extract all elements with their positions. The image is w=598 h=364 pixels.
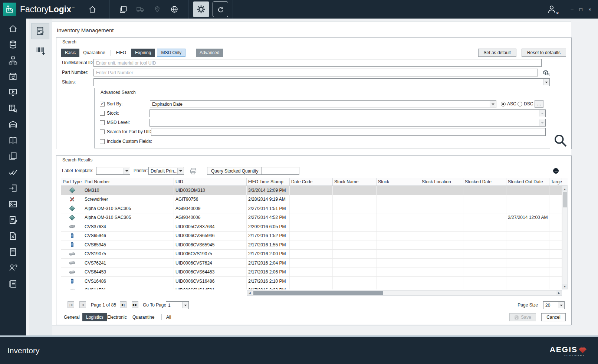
sidebar-receive[interactable]	[7, 183, 19, 193]
sidebar-approvals[interactable]	[7, 167, 19, 177]
column-header-stocked_out_date[interactable]: Stocked Out Date	[506, 178, 549, 186]
table-row[interactable]: Alpha OM-310 SAC305AGI90400092/27/2014 1…	[61, 204, 562, 213]
barcode-add-tab[interactable]	[32, 42, 49, 59]
more-options-button[interactable]: …	[535, 100, 543, 108]
table-row[interactable]: CVS37634UID0005CVS376342/20/2016 6:05 PM	[61, 222, 562, 232]
table-row[interactable]: CVS19075UID006CVS190752/17/2016 2:00 PM	[61, 250, 562, 259]
scroll-left-icon[interactable]: ◀	[247, 291, 252, 295]
inventory-management-tab[interactable]	[32, 23, 49, 39]
filter-expiring[interactable]: Expiring	[131, 49, 155, 57]
save-button[interactable]: Save	[509, 313, 536, 321]
table-row[interactable]: CVS64453UID0006CVS644532/17/2016 2:06 PM	[61, 268, 562, 277]
filter-msd-only[interactable]: MSD Only	[157, 49, 185, 57]
sidebar-hierarchy[interactable]	[7, 56, 19, 65]
part-lookup-icon[interactable]	[542, 69, 550, 78]
collapse-results-icon[interactable]	[553, 168, 559, 174]
filter-fifo[interactable]: FIFO	[112, 49, 130, 57]
documents-icon[interactable]	[116, 2, 131, 17]
sidebar-warehouse[interactable]	[7, 119, 19, 129]
dsc-radio[interactable]	[518, 102, 522, 106]
sort-by-checkbox[interactable]	[100, 102, 105, 106]
close-button[interactable]: ×	[585, 4, 594, 14]
last-page-button[interactable]: ▶▶	[132, 301, 138, 308]
column-header-part_number[interactable]: Part Number	[83, 178, 174, 186]
sidebar-returns[interactable]	[7, 72, 19, 81]
maximize-button[interactable]: □	[576, 4, 585, 14]
msd-level-checkbox[interactable]	[100, 120, 105, 125]
label-template-combobox[interactable]	[96, 167, 130, 175]
cancel-button[interactable]: Cancel	[541, 313, 566, 321]
logout-user-button[interactable]: ×	[545, 3, 558, 16]
globe-icon[interactable]	[167, 2, 182, 17]
page-size-combobox[interactable]: 20	[543, 301, 565, 309]
sidebar-journal[interactable]	[7, 279, 19, 289]
next-page-button[interactable]: ▶|	[120, 301, 126, 308]
filter-quarantine[interactable]: Quarantine	[79, 49, 109, 57]
table-row[interactable]: CVS14531UID0006CVS145312/17/2016 2:22 PM	[61, 286, 562, 290]
search-button[interactable]	[553, 133, 568, 150]
horizontal-scrollbar[interactable]: ◀ ▶	[247, 290, 562, 296]
table-row[interactable]: CVS65945UID0006CVS659452/17/2016 1:55 PM	[61, 240, 562, 250]
column-header-stocked_date[interactable]: Stocked Date	[463, 178, 506, 186]
vertical-scroll-thumb[interactable]	[563, 192, 567, 207]
table-row[interactable]: OM310UID003OM3103/3/2014 12:09 PM	[61, 186, 562, 195]
column-header-date_code[interactable]: Date Code	[290, 178, 333, 186]
sidebar-copy-pages[interactable]	[7, 151, 19, 161]
msd-level-combobox[interactable]	[150, 119, 546, 127]
query-stocked-quantity-button[interactable]: Query Stocked Quantity	[207, 167, 262, 175]
tab-logistics[interactable]: Logistics	[82, 313, 107, 321]
column-header-stock[interactable]: Stock	[377, 178, 420, 186]
table-row[interactable]: ScrewdriverAGIT907562/28/2014 9:19 AM	[61, 195, 562, 204]
table-row[interactable]: CVS65946UID0006CVS659462/17/2016 1:52 PM	[61, 232, 562, 241]
sidebar-home[interactable]	[7, 24, 19, 33]
sidebar-support[interactable]	[7, 263, 19, 273]
column-header-uid[interactable]: UID	[174, 178, 247, 186]
horizontal-scroll-thumb[interactable]	[253, 291, 383, 295]
sidebar-inventory[interactable]	[7, 40, 19, 49]
include-custom-fields-checkbox[interactable]	[100, 139, 105, 144]
quantity-result-field[interactable]	[262, 167, 299, 175]
scroll-up-icon[interactable]: ▲	[562, 186, 567, 191]
tab-general[interactable]: General	[64, 313, 80, 321]
table-row[interactable]: Alpha OM-310 SAC305AGI90400062/27/2014 4…	[61, 213, 562, 223]
home-button[interactable]	[85, 2, 100, 17]
tab-all[interactable]: All	[166, 313, 171, 321]
sidebar-documentation[interactable]	[7, 135, 19, 145]
location-pin-icon[interactable]	[150, 2, 165, 17]
goto-page-combobox[interactable]: 1	[166, 301, 189, 309]
table-row[interactable]: CVS16486UID0006CVS164862/17/2016 2:10 PM	[61, 277, 562, 286]
unit-material-id-input[interactable]	[93, 59, 542, 67]
sidebar-document-remove[interactable]	[7, 231, 19, 241]
previous-page-button[interactable]: ◀	[79, 301, 86, 308]
scroll-down-icon[interactable]: ▼	[562, 284, 567, 289]
search-part-by-uid-checkbox[interactable]	[100, 129, 105, 134]
refresh-data-button[interactable]	[213, 1, 228, 17]
first-page-button[interactable]: |◀	[68, 301, 74, 308]
status-combobox[interactable]	[93, 78, 550, 86]
table-row[interactable]: CVS76241UID0006CVS76242/17/2016 2:04 PM	[61, 259, 562, 268]
search-part-by-uid-input[interactable]	[151, 128, 546, 136]
reset-to-defaults-button[interactable]: Reset to defaults	[522, 49, 566, 57]
sidebar-data-search[interactable]	[7, 104, 19, 113]
sidebar-badge[interactable]	[7, 199, 19, 209]
vertical-scrollbar[interactable]: ▲ ▼	[562, 186, 568, 289]
sidebar-monitor[interactable]	[7, 88, 19, 97]
shipping-truck-icon[interactable]	[133, 2, 148, 17]
column-header-stock_name[interactable]: Stock Name	[333, 178, 377, 186]
sort-by-combobox[interactable]: Expiration Date	[150, 100, 496, 108]
column-header-target[interactable]: Targe	[549, 178, 562, 186]
column-header-stock_location[interactable]: Stock Location	[420, 178, 463, 186]
sidebar-bookmark[interactable]	[7, 247, 19, 257]
print-button[interactable]	[189, 167, 197, 176]
filter-basic[interactable]: Basic	[61, 49, 79, 57]
set-as-default-button[interactable]: Set as default	[478, 49, 516, 57]
scroll-right-icon[interactable]: ▶	[556, 291, 562, 295]
part-number-input[interactable]	[93, 69, 538, 76]
filter-advanced[interactable]: Advanced	[196, 49, 223, 57]
printer-combobox[interactable]: Default Prin...	[148, 167, 184, 175]
column-header-fifo[interactable]: FIFO Time Stamp	[247, 178, 290, 186]
tab-quarantine[interactable]: Quarantine	[132, 313, 154, 321]
sidebar-notes[interactable]	[7, 215, 19, 225]
stock-combobox[interactable]	[150, 109, 546, 117]
minimize-button[interactable]: –	[568, 4, 576, 14]
